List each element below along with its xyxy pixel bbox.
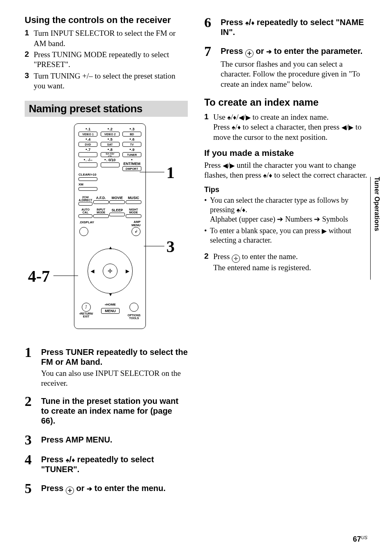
down-arrow-icon: ♦ (233, 114, 236, 121)
arrow-right-icon: ➔ (314, 215, 320, 223)
down-arrow-icon: ♦ (238, 124, 241, 131)
big-step-number: 4 (25, 453, 41, 467)
right-column: 6 Press ♠/♦ repeatedly to select "NAME I… (204, 12, 367, 502)
heading-create-index: To create an index name (204, 97, 367, 108)
left-column: Using the controls on the receiver 1 Tur… (25, 12, 188, 502)
big-step-number: 6 (204, 16, 221, 30)
create-steps-2: 2 Press ✛ to enter the name. The entered… (204, 252, 367, 273)
xm-label: XM (74, 183, 145, 186)
step-heading: Tune in the preset station you want to c… (41, 396, 188, 426)
step-body: You can also use INPUT SELECTOR on the r… (41, 368, 188, 389)
side-tab: Tuner Operations (370, 177, 380, 280)
big-step-number: 3 (25, 433, 41, 447)
down-arrow-icon: ♦ (71, 456, 75, 463)
step-heading: Press TUNER repeatedly to select the FM … (41, 347, 188, 367)
up-arrow-icon: ♠ (263, 172, 267, 179)
up-arrow-icon: ♠ (245, 19, 249, 26)
left-arrow-icon: ◀ (341, 124, 346, 131)
heading-using-controls: Using the controls on the receiver (25, 15, 188, 25)
clear-label: CLEAR/>10 (74, 173, 145, 176)
down-arrow-icon: ▼ (108, 292, 113, 297)
right-arrow-icon: ▶ (348, 124, 353, 131)
display-label: .DISPLAY (79, 220, 94, 227)
up-arrow-icon: ♠ (237, 206, 240, 213)
up-arrow-icon: ♠ (227, 114, 231, 121)
section-heading-naming: Naming preset stations (25, 101, 188, 117)
heading-mistake: If you made a mistake (204, 148, 367, 158)
create-steps: 1 Use ♠/♦/◀/▶ to create an index name. P… (204, 112, 367, 142)
tips-list: • You can select the character type as f… (204, 196, 367, 246)
options-button (129, 303, 138, 312)
remote-body: ●.1VIDEO 1 ●.2VIDEO 2 ●.3BD ●.4DVD ●.5SA… (74, 123, 146, 329)
bullet-icon: • (204, 196, 210, 225)
up-arrow-icon: ▲ (108, 245, 113, 250)
step-number: 2 (25, 50, 34, 70)
return-button: ⤴ (82, 303, 91, 312)
right-arrow-icon: ▶ (322, 227, 327, 234)
down-arrow-icon: ♦ (269, 172, 272, 179)
callout-3: 3 (166, 237, 175, 256)
up-arrow-icon: ♠ (232, 124, 235, 131)
big-step-number: 1 (25, 345, 41, 359)
big-step-number: 2 (25, 394, 41, 408)
up-arrow-icon: ♠ (66, 456, 69, 463)
down-arrow-icon: ♦ (242, 206, 245, 213)
mistake-body: Press ◀/▶ until the character you want t… (204, 160, 367, 181)
step-text: Use ♠/♦/◀/▶ to create an index name. Pre… (213, 112, 367, 142)
enter-icon: ✛ (245, 49, 254, 58)
tuner-button: TUNER (122, 152, 141, 157)
step-heading: Press ✛ or ➔ to enter the parameter. (221, 46, 367, 58)
step-number: 2 (204, 252, 213, 273)
callout-4-7: 4-7 (28, 266, 50, 286)
right-arrow-icon: ▶ (246, 114, 251, 121)
right-arrow-icon: ➔ (87, 485, 92, 492)
arrow-right-icon: ➔ (277, 215, 283, 223)
step-body: The cursor flashes and you can select a … (221, 59, 367, 89)
tip-text: To enter a blank space, you can press ▶ … (210, 226, 367, 246)
big-steps-left: 1 Press TUNER repeatedly to select the F… (25, 345, 188, 496)
enter-icon: ✛ (232, 255, 240, 263)
step-text: Press TUNING MODE repeatedly to select "… (34, 50, 188, 70)
step-heading: Press ♠/♦ repeatedly to select "TUNER". (41, 454, 188, 474)
menu-button: MENU (101, 308, 120, 314)
heading-tips: Tips (204, 185, 367, 194)
left-arrow-icon: ◀ (239, 114, 244, 121)
step-number: 1 (25, 28, 34, 49)
big-step-number: 7 (204, 44, 221, 58)
remote-diagram: ●.1VIDEO 1 ●.2VIDEO 2 ●.3BD ●.4DVD ●.5SA… (25, 123, 188, 337)
right-arrow-icon: ▶ (126, 269, 129, 274)
step-heading: Press ♠/♦ repeatedly to select "NAME IN"… (221, 17, 367, 37)
callout-1: 1 (166, 163, 175, 182)
right-arrow-icon: ▶ (230, 162, 235, 169)
step-heading: Press ✛ or ➔ to enter the menu. (41, 483, 188, 495)
step-text: Turn TUNING +/– to select the preset sta… (34, 71, 188, 91)
step-number: 1 (204, 112, 213, 142)
plain-steps-list: 1 Turn INPUT SELECTOR to select the FM o… (25, 28, 188, 91)
left-arrow-icon: ◀ (91, 269, 94, 274)
down-arrow-icon: ♦ (251, 19, 254, 26)
step-number: 3 (25, 71, 34, 91)
bullet-icon: • (204, 226, 210, 246)
display-button (79, 227, 88, 236)
amp-menu-button: ↲ (131, 227, 141, 236)
step-text: Turn INPUT SELECTOR to select the FM or … (34, 28, 188, 49)
amp-menu-label: AMPMENU (131, 220, 141, 227)
step-heading: Press AMP MENU. (41, 435, 188, 445)
enter-icon: ✛ (66, 486, 74, 495)
enter-button-icon: ✛ (103, 264, 118, 278)
left-arrow-icon: ◀ (223, 162, 228, 169)
step-text: Press ✛ to enter the name. The entered n… (213, 252, 311, 273)
tip-text: You can select the character type as fol… (210, 196, 367, 225)
page-number: 67US (353, 535, 367, 544)
big-steps-right: 6 Press ♠/♦ repeatedly to select "NAME I… (204, 16, 367, 89)
dpad: ✛ ▲ ▼ ◀ ▶ (74, 240, 145, 302)
right-arrow-icon: ➔ (266, 48, 272, 55)
big-step-number: 5 (25, 482, 41, 496)
